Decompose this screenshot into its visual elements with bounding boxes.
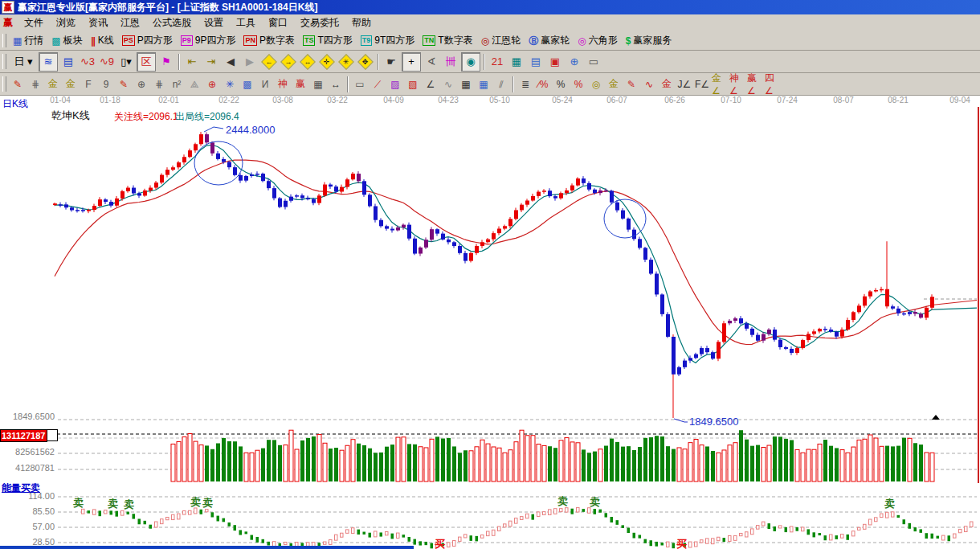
draw-ying-button[interactable]: 赢: [292, 76, 308, 92]
angle-tool-button[interactable]: ∢: [423, 53, 440, 71]
diamond-star-button[interactable]: ✳: [337, 53, 355, 71]
draw-j-angle-button[interactable]: J∠: [676, 76, 692, 92]
chart-area[interactable]: 2444.80001849.6500卖卖卖卖卖卖卖卖买买 日K线 乾坤K线 关注…: [0, 105, 980, 549]
draw-pen2-button[interactable]: ✎: [116, 76, 132, 92]
t-number-button[interactable]: TNT数字表: [419, 32, 476, 50]
winner-service-button[interactable]: $赢家服务: [622, 32, 676, 50]
draw-star-button[interactable]: ✳: [222, 76, 238, 92]
draw-target-button[interactable]: ⊕: [204, 76, 220, 92]
draw-wave-red-button[interactable]: ∿: [641, 76, 657, 92]
gann-wheel-button[interactable]: ◎江恩轮: [477, 32, 525, 50]
mdi-child-icon[interactable]: 赢: [3, 16, 13, 30]
hexagon-button[interactable]: ◎六角形: [574, 32, 621, 50]
crosshair-tool-button[interactable]: +: [402, 52, 421, 72]
draw-width-button[interactable]: ↔: [328, 76, 344, 92]
draw-fan-purple-button[interactable]: ▨: [387, 76, 403, 92]
draw-grid-button[interactable]: ⋕: [27, 76, 43, 92]
draw-bluegrid-button[interactable]: ▩: [239, 76, 255, 92]
draw-parallel-button[interactable]: ⫽: [493, 76, 509, 92]
menu-item-工具[interactable]: 工具: [230, 14, 262, 31]
quotes-button[interactable]: ▦行情: [9, 32, 47, 50]
menu-item-文件[interactable]: 文件: [18, 14, 50, 31]
qiankun-pattern-button[interactable]: 区: [137, 52, 156, 72]
draw-gridarrow-button[interactable]: ▦: [476, 76, 492, 92]
network-button[interactable]: ⊕: [566, 53, 583, 71]
hand-tool-button[interactable]: ☛: [382, 53, 400, 71]
draw-gold-angle-button[interactable]: 金∠: [712, 76, 728, 92]
toolbar-grip[interactable]: [2, 54, 6, 69]
wave9-button[interactable]: ∿9: [98, 53, 116, 71]
draw-gold-grid-button[interactable]: 金: [45, 76, 61, 92]
menu-item-交易委托[interactable]: 交易委托: [294, 14, 345, 31]
last-page-button[interactable]: ⇥: [202, 53, 220, 71]
flag-chart-button[interactable]: ⚑: [157, 53, 175, 71]
menu-item-窗口[interactable]: 窗口: [262, 14, 294, 31]
draw-grid123-button[interactable]: ▦: [310, 76, 326, 92]
menu-item-浏览[interactable]: 浏览: [50, 14, 82, 31]
brain-tool-button[interactable]: ◉: [461, 52, 480, 72]
draw-rays-button[interactable]: ⟋: [370, 76, 386, 92]
p9-square-button[interactable]: P99P四方形: [177, 32, 240, 50]
menu-item-帮助[interactable]: 帮助: [345, 14, 378, 31]
compress-view-button[interactable]: ≋: [39, 52, 58, 72]
draw-pen-button[interactable]: ✎: [10, 76, 26, 92]
first-page-button[interactable]: ⇤: [183, 53, 201, 71]
draw-si-angle-button[interactable]: 四∠: [765, 76, 781, 92]
draw-circle-grid-button[interactable]: ⊕: [133, 76, 149, 92]
candle-style-dropdown[interactable]: ▯▾: [117, 53, 135, 71]
draw-grid2-button[interactable]: ⋕: [151, 76, 167, 92]
diamond-left-button[interactable]: ←: [260, 53, 278, 71]
save-button[interactable]: ▣: [546, 53, 564, 71]
draw-shen-button[interactable]: 神: [275, 76, 291, 92]
draw-darkgrid-button[interactable]: ▦: [458, 76, 474, 92]
info-doc-button[interactable]: ▤: [59, 53, 77, 71]
diamond-move-button[interactable]: ✥: [357, 53, 374, 71]
draw-gold-grid2-button[interactable]: 金: [63, 76, 79, 92]
menu-item-设置[interactable]: 设置: [198, 14, 230, 31]
menu-item-资讯[interactable]: 资讯: [82, 14, 114, 31]
draw-zigzag-button[interactable]: ∿: [440, 76, 456, 92]
diamond-hswap-button[interactable]: ↔: [299, 53, 316, 71]
kline-chart[interactable]: 2444.80001849.6500卖卖卖卖卖卖卖卖买买: [0, 105, 980, 549]
menu-item-公式选股[interactable]: 公式选股: [146, 14, 198, 31]
next-button[interactable]: ▶: [241, 53, 259, 71]
draw-f-grid-button[interactable]: F: [80, 76, 96, 92]
draw-pct-line-button[interactable]: ∕%: [535, 76, 551, 92]
t9-square-button[interactable]: T99T四方形: [357, 32, 419, 50]
p-square-button[interactable]: PSP四方形: [118, 32, 177, 50]
draw-lines-button[interactable]: ∠: [423, 76, 439, 92]
print-button[interactable]: ▭: [585, 53, 602, 71]
winner-wheel-button[interactable]: Ⓑ赢家轮: [525, 32, 574, 50]
kline-button[interactable]: ∥K线: [87, 32, 118, 50]
prev-button[interactable]: ◀: [222, 53, 239, 71]
calculator-button[interactable]: ▦: [508, 53, 525, 71]
toolbar-grip[interactable]: [2, 76, 6, 92]
sectors-button[interactable]: ▩板块: [47, 32, 86, 50]
draw-f-angle-button[interactable]: F∠: [694, 76, 710, 92]
draw-angle-button[interactable]: ⟁: [186, 76, 202, 92]
draw-fan-red-button[interactable]: ▧: [405, 76, 421, 92]
draw-box-button[interactable]: ▭: [352, 76, 368, 92]
draw-gold-circle-button[interactable]: ◎: [588, 76, 604, 92]
period-day-dropdown[interactable]: 日 ▾: [10, 53, 37, 71]
draw-wave-button[interactable]: И: [257, 76, 273, 92]
draw-marker-button[interactable]: ✎: [623, 76, 639, 92]
diamond-right-button[interactable]: →: [280, 53, 297, 71]
wave3-button[interactable]: ∿3: [79, 53, 96, 71]
draw-nine-grid-button[interactable]: 9: [98, 76, 114, 92]
draw-shen-angle-button[interactable]: 神∠: [729, 76, 745, 92]
menu-item-江恩[interactable]: 江恩: [114, 14, 146, 31]
draw-gold-red-button[interactable]: 金: [659, 76, 675, 92]
draw-n2-button[interactable]: n²: [169, 76, 185, 92]
draw-scale-button[interactable]: ≣: [517, 76, 533, 92]
diamond-cross-button[interactable]: ✛: [318, 53, 336, 71]
draw-pct-red-button[interactable]: %: [570, 76, 586, 92]
gann-tool-button[interactable]: 卌: [442, 53, 459, 71]
calendar-button[interactable]: 21: [488, 53, 506, 71]
draw-ying-angle-button[interactable]: 赢∠: [747, 76, 763, 92]
draw-gold-bar-button[interactable]: 金: [606, 76, 622, 92]
p-number-button[interactable]: PNP数字表: [239, 32, 299, 50]
t-square-button[interactable]: TST四方形: [299, 32, 357, 50]
toolbar-grip[interactable]: [2, 34, 6, 47]
draw-pct-button[interactable]: %: [553, 76, 569, 92]
